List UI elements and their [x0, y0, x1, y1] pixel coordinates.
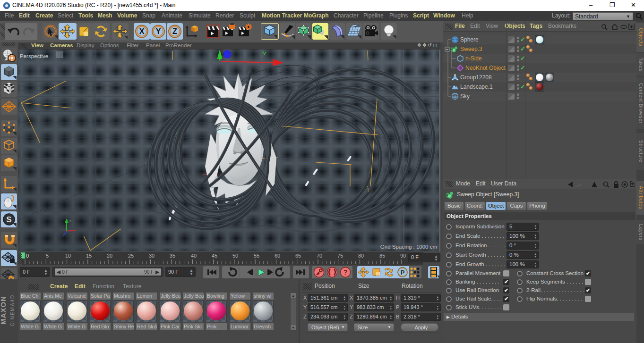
svg-text:30: 30: [149, 253, 155, 259]
svg-text:Perspective: Perspective: [20, 53, 48, 59]
svg-text:80: 80: [358, 253, 364, 259]
svg-text:0: 0: [26, 253, 29, 259]
svg-text:5: 5: [46, 253, 49, 259]
svg-text:S: S: [6, 215, 11, 224]
svg-text:65: 65: [295, 253, 301, 259]
svg-text:Y: Y: [69, 219, 72, 223]
svg-text:Y: Y: [156, 27, 161, 35]
svg-text:90: 90: [400, 253, 406, 259]
svg-text:55: 55: [254, 253, 259, 259]
svg-text:10: 10: [65, 253, 71, 259]
svg-text:75: 75: [337, 253, 343, 259]
svg-text:50: 50: [232, 253, 238, 259]
svg-text:Grid Spacing : 1000 cm: Grid Spacing : 1000 cm: [380, 244, 437, 250]
svg-text:35: 35: [170, 253, 175, 259]
svg-text:P: P: [401, 269, 405, 276]
svg-text:20: 20: [107, 253, 112, 259]
svg-text:70: 70: [317, 253, 322, 259]
svg-text:25: 25: [128, 253, 134, 259]
svg-text:X: X: [139, 27, 145, 35]
svg-text:60: 60: [275, 253, 280, 259]
svg-text:40: 40: [191, 253, 197, 259]
svg-text:15: 15: [86, 253, 92, 259]
svg-text:85: 85: [379, 253, 385, 259]
svg-text:?: ?: [343, 268, 348, 276]
svg-text:Z: Z: [172, 27, 177, 35]
svg-text:45: 45: [212, 253, 217, 259]
